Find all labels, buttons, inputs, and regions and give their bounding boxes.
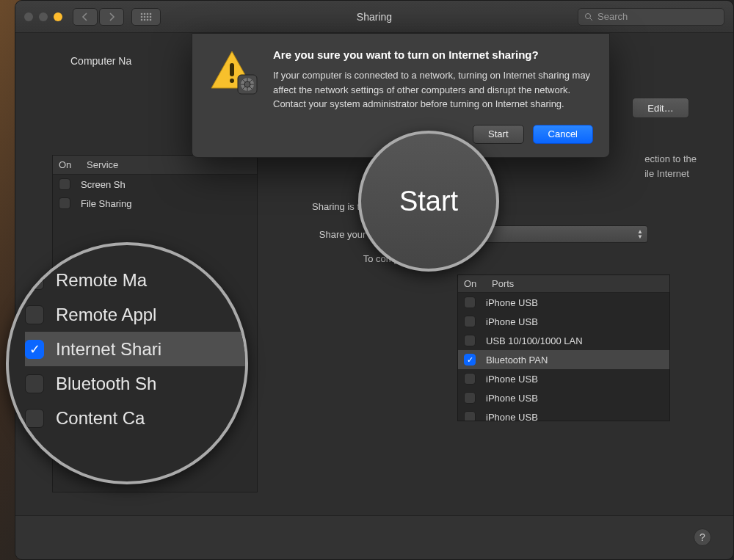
magnified-label: Internet Shari (56, 339, 161, 360)
service-label: Screen Sh (81, 179, 126, 190)
magnified-label: Remote Appl (56, 305, 156, 325)
col-header-on: On (59, 159, 76, 170)
window-titlebar: Sharing Search (15, 1, 733, 33)
svg-point-11 (150, 18, 152, 21)
port-row[interactable]: iPhone USB (458, 312, 669, 331)
port-checkbox[interactable] (464, 335, 476, 346)
port-checkbox[interactable] (464, 316, 476, 327)
port-row[interactable]: USB 10/100/1000 LAN (458, 331, 669, 350)
magnified-service-row[interactable]: Bluetooth Sh (25, 366, 245, 401)
search-input[interactable]: Search (578, 8, 724, 26)
service-checkbox[interactable] (59, 197, 70, 209)
ports-table-header: On Ports (458, 275, 669, 293)
magnified-start-label: Start (399, 186, 458, 217)
edit-computer-name-button[interactable]: Edit… (632, 98, 689, 118)
port-label: iPhone USB (486, 316, 538, 327)
port-label: Bluetooth PAN (486, 354, 548, 366)
svg-point-4 (141, 15, 143, 18)
svg-point-22 (244, 81, 250, 87)
col-header-service: Service (87, 159, 118, 170)
warning-icon (208, 48, 261, 95)
svg-point-9 (144, 18, 146, 21)
svg-point-1 (144, 12, 146, 15)
traffic-lights (24, 12, 62, 21)
svg-point-10 (147, 18, 149, 21)
svg-point-14 (230, 79, 234, 83)
magnified-label: Remote Ma (56, 270, 147, 291)
svg-point-6 (147, 15, 149, 18)
help-button[interactable]: ? (694, 528, 711, 546)
magnified-label: Bluetooth Sh (56, 374, 156, 394)
dialog-body: If your computer is connected to a netwo… (273, 68, 593, 112)
magnified-label: Content Ca (56, 408, 145, 429)
port-row[interactable]: ✓Bluetooth PAN (458, 350, 669, 369)
port-label: iPhone USB (486, 374, 538, 385)
port-checkbox[interactable]: ✓ (464, 354, 476, 366)
port-row[interactable]: iPhone USB (458, 293, 669, 312)
magnified-service-row[interactable]: Remote Appl (25, 297, 245, 332)
back-button[interactable] (73, 8, 98, 26)
magnified-checkbox[interactable] (25, 305, 44, 324)
services-table-header: On Service (53, 156, 257, 175)
svg-point-3 (150, 12, 152, 15)
minimize-window-button[interactable] (39, 12, 48, 21)
forward-button[interactable] (99, 8, 124, 26)
dialog-cancel-button[interactable]: Cancel (533, 125, 593, 144)
dialog-cancel-label: Cancel (548, 128, 578, 139)
magnified-checkbox[interactable] (25, 409, 44, 428)
svg-point-12 (586, 13, 591, 18)
service-row[interactable]: Screen Sh (53, 175, 257, 194)
nav-buttons (73, 8, 124, 26)
svg-point-5 (144, 15, 146, 18)
service-checkbox[interactable] (59, 178, 70, 190)
col-header-on: On (464, 278, 482, 289)
svg-point-7 (150, 15, 152, 18)
port-checkbox[interactable] (464, 373, 476, 385)
svg-point-2 (147, 12, 149, 15)
search-icon (584, 12, 593, 21)
magnified-checkbox[interactable]: ✓ (25, 340, 44, 359)
port-label: iPhone USB (486, 412, 538, 422)
magnified-checkbox[interactable] (25, 374, 44, 393)
port-label: iPhone USB (486, 297, 538, 308)
magnified-service-row[interactable]: ✓Internet Shari (25, 332, 245, 366)
dialog-start-label: Start (488, 128, 508, 139)
detail-desc-tail: ection to the ile Internet (644, 152, 697, 181)
service-label: File Sharing (81, 198, 131, 209)
ports-list[interactable]: iPhone USB iPhone USB USB 10/100/1000 LA… (458, 293, 669, 421)
service-row[interactable]: File Sharing (53, 194, 257, 213)
search-placeholder: Search (597, 11, 628, 22)
show-all-prefs-button[interactable] (131, 8, 161, 26)
port-row[interactable]: iPhone USB (458, 388, 669, 407)
port-label: iPhone USB (486, 393, 538, 404)
port-row[interactable]: iPhone USB (458, 369, 669, 388)
svg-point-0 (141, 12, 143, 15)
svg-point-8 (141, 18, 143, 21)
port-checkbox[interactable] (464, 411, 476, 421)
port-checkbox[interactable] (464, 297, 476, 308)
dialog-heading: Are you sure you want to turn on Interne… (273, 48, 593, 61)
magnified-services-callout: Remote Ma Remote Appl ✓Internet Shari Bl… (6, 242, 248, 484)
col-header-ports: Ports (492, 278, 514, 289)
magnified-start-callout: Start (358, 131, 499, 272)
port-label: USB 10/100/1000 LAN (486, 335, 583, 346)
dialog-start-button[interactable]: Start (473, 125, 523, 144)
port-checkbox[interactable] (464, 392, 476, 404)
port-row[interactable]: iPhone USB (458, 407, 669, 421)
window-footer: ? (15, 515, 733, 559)
close-window-button[interactable] (24, 12, 33, 21)
zoom-window-button[interactable] (54, 12, 62, 21)
popup-arrows-icon: ▲▼ (634, 228, 646, 241)
magnified-service-row[interactable]: Content Ca (25, 401, 245, 435)
svg-rect-15 (230, 63, 234, 76)
svg-line-13 (590, 18, 592, 21)
ports-table: On Ports iPhone USB iPhone USB USB 10/10… (457, 274, 670, 421)
help-icon: ? (700, 531, 705, 543)
